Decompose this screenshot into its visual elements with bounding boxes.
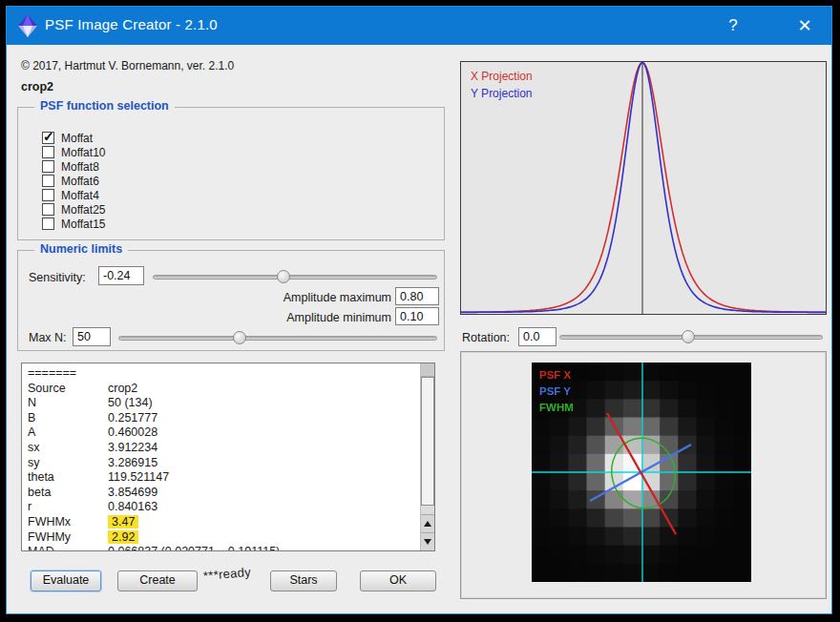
result-value: 119.521147 — [108, 470, 169, 484]
max-n-slider-track[interactable] — [118, 336, 437, 341]
scrollbar-down-button[interactable] — [421, 532, 434, 550]
results-row: A0.460028 — [28, 425, 434, 441]
dialog-content: © 2017, Hartmut V. Bornemann, ver. 2.1.0… — [7, 45, 831, 613]
psf-option-label: Moffat10 — [61, 146, 105, 159]
checkbox-icon[interactable] — [42, 189, 54, 201]
psf-option-moffat25[interactable]: Moffat25 — [42, 202, 105, 216]
result-key: beta — [28, 486, 108, 501]
rotation-slider-thumb[interactable] — [682, 330, 695, 343]
arrow-up-icon — [424, 521, 431, 527]
max-n-label: Max N: — [29, 331, 67, 344]
psf-group-title: PSF function selection — [34, 99, 175, 113]
scrollbar-top-button[interactable] — [421, 363, 434, 377]
scrollbar-up-button[interactable] — [421, 514, 434, 532]
max-n-slider[interactable] — [118, 331, 437, 345]
max-n-slider-thumb[interactable] — [233, 331, 246, 344]
psf-option-moffat15[interactable]: Moffat15 — [42, 217, 105, 230]
legend-item: Y Projection — [471, 85, 533, 102]
result-value: 0.251777 — [108, 411, 158, 425]
results-rows: =======Sourcecrop2N50 (134)B0.251777A0.4… — [28, 366, 434, 551]
checkbox-icon[interactable] — [42, 218, 54, 230]
copyright-text: © 2017, Hartmut V. Bornemann, ver. 2.1.0 — [21, 59, 234, 73]
psf-option-moffat10[interactable]: Moffat10 — [42, 145, 105, 158]
sensitivity-slider-thumb[interactable] — [277, 270, 290, 283]
checkbox-icon[interactable] — [42, 203, 54, 216]
checkbox-icon[interactable] — [42, 175, 54, 187]
checkbox-checked-icon[interactable] — [42, 132, 54, 144]
result-value-highlighted: 2.92 — [108, 530, 138, 544]
results-row: sy3.286915 — [28, 456, 434, 471]
results-row: sx3.912234 — [28, 441, 434, 456]
psf-option-moffat4[interactable]: Moffat4 — [42, 188, 99, 201]
source-name: crop2 — [21, 80, 53, 93]
ok-button[interactable]: OK — [360, 570, 436, 591]
arrow-down-icon — [424, 539, 431, 545]
result-value: 50 (134) — [108, 396, 153, 409]
result-key: B — [28, 411, 108, 426]
results-row: N50 (134) — [28, 396, 434, 411]
stars-button[interactable]: Stars — [270, 570, 337, 591]
result-key: FWHMx — [28, 515, 108, 530]
numeric-group-title: Numeric limits — [34, 242, 128, 256]
scrollbar-thumb[interactable] — [421, 377, 434, 506]
result-key: sy — [28, 456, 108, 471]
result-key: ======= — [28, 366, 108, 382]
results-row: FWHMy2.92 — [28, 530, 434, 546]
results-row: FWHMx3.47 — [28, 515, 434, 530]
sensitivity-input[interactable] — [98, 266, 144, 285]
result-value: crop2 — [108, 382, 137, 395]
legend-item: PSF X — [539, 367, 574, 384]
result-key: sx — [28, 441, 108, 456]
help-button[interactable]: ? — [719, 12, 747, 39]
rotation-slider[interactable] — [559, 330, 823, 344]
result-value: 0.066837 (0.020771 .. 0.191115) — [108, 545, 280, 551]
results-row: theta119.521147 — [28, 470, 434, 486]
legend-item: X Projection — [471, 68, 533, 85]
checkbox-icon[interactable] — [42, 146, 54, 158]
result-value-highlighted: 3.47 — [108, 515, 138, 529]
window-title: PSF Image Creator - 2.1.0 — [45, 16, 218, 32]
sensitivity-label: Sensitivity: — [29, 271, 86, 284]
amplitude-minimum-label: Amplitude minimum — [245, 311, 391, 324]
psf-option-label: Moffat4 — [61, 189, 99, 202]
psf-option-moffat6[interactable]: Moffat6 — [42, 174, 99, 187]
result-value: 3.854699 — [108, 486, 158, 499]
sensitivity-slider-track[interactable] — [153, 275, 437, 280]
amplitude-minimum-input[interactable] — [395, 307, 439, 325]
psf-option-moffat8[interactable]: Moffat8 — [42, 159, 99, 173]
rotation-label: Rotation: — [462, 331, 510, 344]
psf-option-label: Moffat — [61, 132, 93, 145]
fwhm-ellipse — [604, 431, 683, 516]
evaluate-button[interactable]: Evaluate — [31, 570, 101, 591]
close-icon[interactable]: ✕ — [789, 12, 820, 39]
results-row: ======= — [28, 366, 434, 382]
psf-image-view: PSF XPSF YFWHM — [532, 363, 751, 582]
checkbox-icon[interactable] — [42, 160, 54, 173]
result-key: A — [28, 425, 108, 441]
result-key: N — [28, 396, 108, 411]
result-value: 3.912234 — [108, 441, 158, 454]
legend-item: PSF Y — [539, 384, 574, 400]
result-value: 3.286915 — [108, 456, 158, 469]
amplitude-maximum-label: Amplitude maximum — [245, 291, 391, 304]
amplitude-maximum-input[interactable] — [395, 287, 439, 305]
create-button[interactable]: Create — [117, 570, 198, 591]
psf-x-axis-line — [607, 413, 676, 534]
psf-image-legend: PSF XPSF YFWHM — [539, 367, 574, 416]
projection-plot-legend: X ProjectionY Projection — [471, 68, 533, 102]
psf-option-moffat[interactable]: Moffat — [42, 131, 93, 144]
projection-plot: X ProjectionY Projection — [460, 61, 827, 315]
rotation-input[interactable] — [518, 327, 556, 346]
psf-image-panel: PSF XPSF YFWHM — [460, 351, 827, 599]
result-key: Source — [28, 382, 108, 397]
title-bar: PSF Image Creator - 2.1.0 ? ✕ — [7, 7, 831, 45]
results-row: B0.251777 — [28, 411, 434, 426]
psf-option-label: Moffat6 — [61, 175, 99, 188]
psf-function-groupbox: PSF function selection MoffatMoffat10Mof… — [17, 107, 445, 240]
result-key: theta — [28, 470, 108, 486]
results-textarea[interactable]: =======Sourcecrop2N50 (134)B0.251777A0.4… — [21, 363, 435, 551]
max-n-input[interactable] — [73, 327, 111, 346]
sensitivity-slider[interactable] — [153, 270, 437, 284]
results-scrollbar[interactable] — [420, 363, 434, 550]
legend-item: FWHM — [539, 400, 574, 416]
